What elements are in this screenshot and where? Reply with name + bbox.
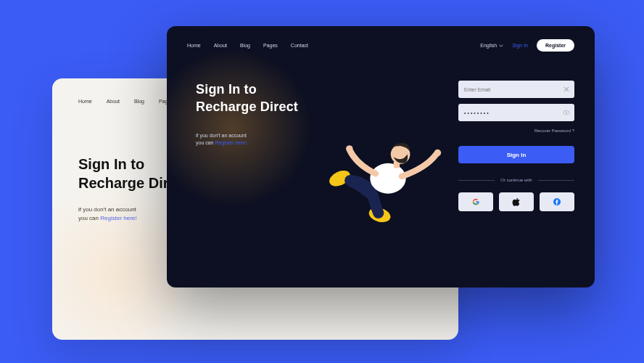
signin-form: Recover Password ? Sign In Or continue w…: [458, 81, 574, 264]
social-buttons: [458, 192, 574, 211]
apple-icon: [512, 197, 521, 206]
svg-point-1: [367, 205, 392, 224]
svg-rect-5: [394, 161, 400, 168]
nav-pages-dark[interactable]: Pages: [263, 43, 278, 48]
nav-blog-dark[interactable]: Blog: [240, 43, 250, 48]
header-actions: English Sign In Register: [480, 39, 574, 52]
chevron-down-icon: [499, 44, 503, 48]
facebook-icon: [553, 197, 561, 206]
facebook-button[interactable]: [540, 192, 574, 211]
google-button[interactable]: [458, 192, 493, 211]
hero-sub-dark: if you don't an account you can Register…: [196, 132, 341, 148]
header-dark: Home About Blog Pages Contact English Si…: [167, 26, 595, 52]
language-select[interactable]: English: [480, 43, 503, 48]
svg-point-8: [566, 112, 567, 113]
divider-line: [458, 180, 495, 181]
signin-link[interactable]: Sign In: [512, 43, 528, 48]
password-field-wrap: [458, 104, 574, 121]
svg-point-2: [370, 163, 405, 194]
signin-button[interactable]: Sign In: [458, 146, 574, 163]
apple-button[interactable]: [499, 192, 534, 211]
recover-password-link[interactable]: Recover Password ?: [458, 129, 574, 133]
divider-line: [538, 180, 574, 181]
nav-home[interactable]: Home: [78, 99, 92, 104]
svg-point-3: [346, 145, 353, 152]
divider-text: Or continue with: [500, 178, 532, 182]
email-field-wrap: [458, 81, 574, 98]
nav-home-dark[interactable]: Home: [187, 43, 201, 48]
nav-blog[interactable]: Blog: [134, 99, 144, 104]
register-link-dark[interactable]: Register here!: [215, 140, 247, 145]
hero-dark: Sign In to Recharge Direct if you don't …: [196, 81, 341, 264]
nav-contact-dark[interactable]: Contact: [291, 43, 308, 48]
password-input[interactable]: [458, 104, 574, 121]
register-button[interactable]: Register: [537, 39, 574, 52]
svg-point-6: [391, 144, 410, 164]
eye-icon[interactable]: [563, 109, 570, 116]
register-link-light[interactable]: Register here!: [100, 215, 136, 221]
social-divider: Or continue with: [458, 178, 574, 182]
google-icon: [471, 197, 480, 206]
nav-about[interactable]: About: [107, 99, 120, 104]
hero-title-dark: Sign In to Recharge Direct: [196, 81, 341, 116]
card-dark: Home About Blog Pages Contact English Si…: [167, 26, 595, 287]
close-icon[interactable]: [563, 86, 570, 93]
email-input[interactable]: [458, 81, 574, 98]
nav-about-dark[interactable]: About: [214, 43, 227, 48]
svg-point-4: [434, 150, 442, 157]
nav-dark: Home About Blog Pages Contact: [187, 43, 308, 48]
